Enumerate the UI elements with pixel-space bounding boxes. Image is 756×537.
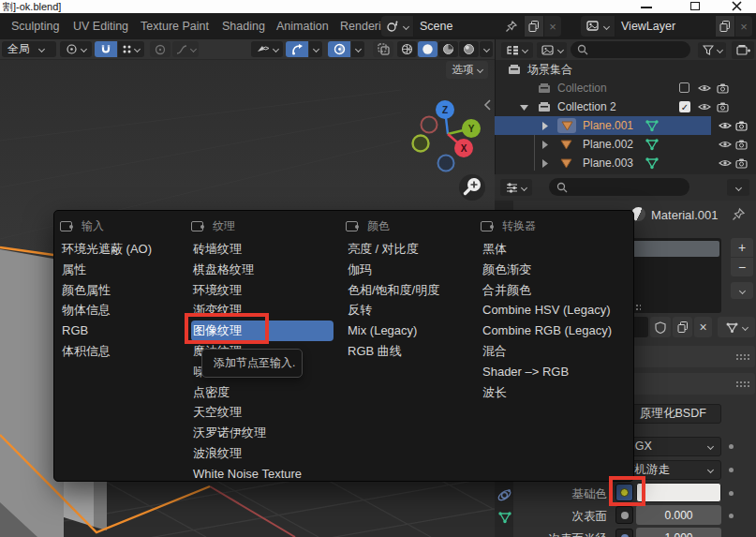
subsurface-value-field[interactable]: 0.000: [636, 505, 721, 525]
outliner-search-input[interactable]: [571, 41, 690, 58]
expand-arrow-icon[interactable]: [520, 104, 528, 111]
show-overlays-toggle[interactable]: [328, 41, 350, 57]
properties-search-input[interactable]: [549, 178, 689, 196]
menu-item[interactable]: 黑体: [481, 239, 630, 260]
render-camera-icon[interactable]: [735, 120, 748, 131]
outliner-row-plane-001[interactable]: Plane.001: [495, 116, 756, 135]
menu-item[interactable]: 亮度 / 对比度: [346, 239, 481, 260]
menu-item[interactable]: 混合: [481, 341, 630, 362]
menu-item[interactable]: 天空纹理: [191, 402, 346, 423]
subsurface-socket[interactable]: [615, 506, 633, 524]
tab-uv-editing[interactable]: UV Editing: [73, 13, 128, 39]
proportional-edit-toggle[interactable]: [150, 41, 170, 57]
proportional-falloff-dropdown[interactable]: [172, 41, 199, 57]
axis-minus-z-ball[interactable]: [438, 156, 454, 172]
menu-item[interactable]: Shader –> RGB: [481, 362, 630, 382]
unlink-material-button[interactable]: ×: [694, 317, 712, 337]
tab-shading[interactable]: Shading: [222, 13, 265, 39]
subsurface-radius-field[interactable]: 1.000: [636, 528, 721, 537]
viewlayer-name-field[interactable]: ViewLayer: [615, 16, 715, 37]
close-icon[interactable]: [732, 1, 742, 11]
menu-item[interactable]: 砖墙纹理: [191, 239, 346, 260]
axis-minus-y-ball[interactable]: [413, 136, 429, 152]
viewlayer-remove-button[interactable]: ×: [735, 16, 752, 37]
outliner-row-collection[interactable]: Collection: [495, 79, 756, 97]
outliner-filter-id-dropdown[interactable]: [537, 42, 567, 58]
shading-solid-button[interactable]: [418, 41, 437, 57]
scene-unlink-button[interactable]: ×: [544, 16, 561, 37]
outliner-row-collection-2[interactable]: Collection 2 ✓: [495, 97, 756, 116]
properties-options-dropdown[interactable]: [727, 179, 749, 196]
menu-item[interactable]: 体积信息: [60, 341, 191, 362]
show-gizmo-toggle[interactable]: [286, 41, 308, 57]
menu-item[interactable]: 伽玛: [346, 260, 481, 280]
menu-item[interactable]: RGB 曲线: [346, 341, 481, 362]
scene-name-field[interactable]: Scene: [414, 16, 524, 37]
hide-eye-icon[interactable]: [698, 102, 711, 112]
menu-item[interactable]: Combine HSV (Legacy): [481, 300, 630, 321]
viewlayer-copy-button[interactable]: [716, 16, 734, 37]
shading-wireframe-button[interactable]: [397, 41, 417, 57]
render-camera-icon[interactable]: [735, 157, 748, 169]
subsurface-radius-socket[interactable]: [615, 529, 633, 537]
viewport-options-dropdown[interactable]: 选项: [446, 61, 488, 79]
scene-copy-button[interactable]: [525, 16, 543, 37]
overlays-settings-dropdown[interactable]: [351, 41, 364, 57]
fake-user-button[interactable]: [650, 317, 671, 337]
menu-item[interactable]: 棋盘格纹理: [191, 260, 346, 280]
menu-item[interactable]: 环境光遮蔽 (AO): [60, 239, 191, 260]
menu-item[interactable]: 属性: [60, 260, 191, 280]
pin-icon[interactable]: [505, 20, 518, 33]
menu-item[interactable]: 颜色属性: [60, 280, 191, 301]
animate-dot[interactable]: [729, 491, 734, 496]
remove-slot-button[interactable]: −: [731, 258, 753, 276]
outliner-row-scene-collection[interactable]: 场景集合: [495, 60, 756, 79]
node-tree-dropdown[interactable]: [718, 317, 755, 337]
maximize-button[interactable]: [690, 2, 700, 10]
menu-item[interactable]: 色相/饱和度/明度: [346, 280, 481, 301]
shading-settings-dropdown[interactable]: [480, 41, 493, 57]
menu-item[interactable]: 合并颜色: [481, 280, 630, 301]
xray-toggle[interactable]: [373, 41, 393, 57]
editor-type-dropdown[interactable]: [500, 179, 532, 196]
menu-item[interactable]: 环境纹理: [191, 280, 346, 301]
collapse-arrow-icon[interactable]: [541, 122, 548, 130]
outliner-display-mode-dropdown[interactable]: [501, 42, 533, 58]
viewlayer-browse-button[interactable]: [581, 16, 615, 37]
collapse-arrow-icon[interactable]: [541, 141, 548, 149]
hide-eye-icon[interactable]: [719, 140, 732, 149]
hide-eye-icon[interactable]: [719, 121, 732, 130]
slot-specials-dropdown[interactable]: [731, 282, 753, 299]
snap-toggle[interactable]: [95, 41, 117, 57]
shading-material-button[interactable]: [438, 41, 458, 57]
shading-rendered-button[interactable]: [459, 41, 479, 57]
menu-item[interactable]: Combine RGB (Legacy): [481, 321, 630, 341]
menu-item[interactable]: 点密度: [191, 382, 346, 403]
object-visibility-dropdown[interactable]: [251, 41, 283, 57]
pivot-point-dropdown[interactable]: [60, 41, 92, 57]
hide-eye-icon[interactable]: [698, 83, 711, 93]
menu-item[interactable]: 颜色渐变: [481, 260, 630, 280]
hide-eye-icon[interactable]: [719, 158, 732, 168]
animate-dot[interactable]: [729, 514, 734, 518]
menu-item[interactable]: 物体信息: [60, 300, 191, 321]
zoom-tool-icon[interactable]: [457, 172, 487, 202]
pin-icon[interactable]: [732, 207, 746, 221]
menu-item[interactable]: 波长: [481, 382, 630, 403]
object-data-tab-icon[interactable]: [497, 511, 512, 524]
gizmo-settings-dropdown[interactable]: [309, 41, 322, 57]
transform-orientation-dropdown[interactable]: 全局: [2, 41, 56, 57]
outliner-filter-dropdown[interactable]: [698, 42, 726, 58]
panel-drag-grip[interactable]: [735, 380, 749, 387]
animate-dot[interactable]: [729, 444, 734, 449]
navigation-gizmo[interactable]: Z Y X: [408, 90, 489, 186]
menu-item[interactable]: 沃罗诺伊纹理: [191, 423, 346, 443]
exclude-checkbox-unchecked[interactable]: [679, 82, 689, 93]
exclude-checkbox-checked[interactable]: ✓: [679, 101, 690, 112]
animate-dot[interactable]: [729, 468, 734, 472]
new-collection-button[interactable]: [732, 41, 754, 59]
axis-minus-x-ball[interactable]: [422, 117, 437, 133]
menu-item[interactable]: 波浪纹理: [191, 443, 346, 464]
tab-texture-paint[interactable]: Texture Paint: [141, 13, 209, 39]
mesh-data-icon[interactable]: [645, 157, 660, 170]
